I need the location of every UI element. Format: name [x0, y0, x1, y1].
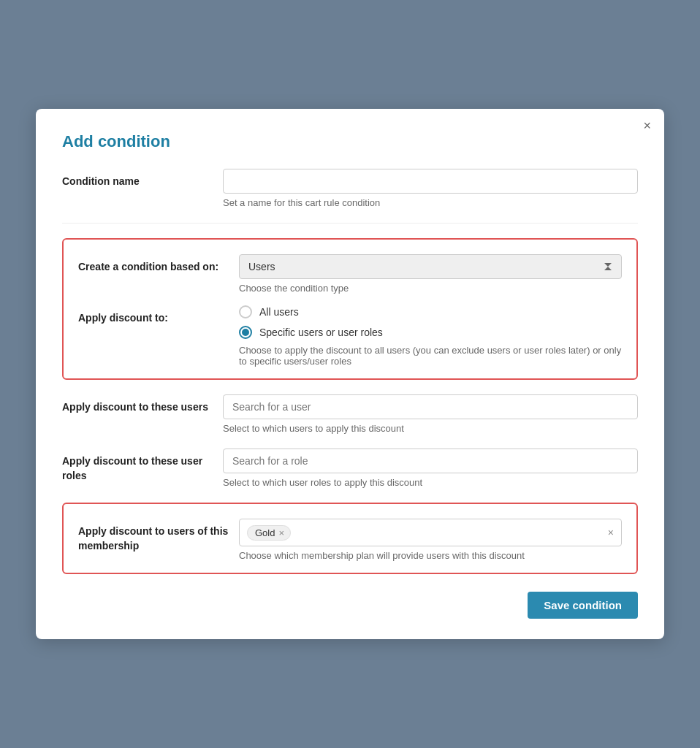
apply-discount-users-hint: Select to which users to apply this disc…	[223, 423, 638, 434]
apply-discount-to-label: Apply discount to:	[78, 305, 239, 326]
close-button[interactable]: ×	[643, 119, 651, 132]
membership-hint: Choose which membership plan will provid…	[239, 550, 622, 561]
tag-remove-button[interactable]: ×	[278, 528, 284, 538]
apply-discount-roles-row: Apply discount to these user roles Selec…	[62, 449, 638, 488]
apply-discount-membership-label: Apply discount to users of this membersh…	[78, 519, 239, 553]
membership-tag-input[interactable]: Gold × ×	[239, 519, 622, 546]
radio-all-users[interactable]: All users	[239, 305, 622, 318]
apply-discount-to-hint: Choose to apply the discount to all user…	[239, 345, 622, 367]
apply-discount-roles-wrap: Select to which user roles to apply this…	[223, 449, 638, 488]
condition-name-wrap: Set a name for this cart rule condition	[223, 169, 638, 208]
membership-section-box: Apply discount to users of this membersh…	[62, 503, 638, 574]
membership-tag: Gold ×	[247, 525, 291, 541]
radio-group: All users Specific users or user roles	[239, 305, 622, 339]
condition-section-box: Create a condition based on: Users Produ…	[62, 238, 638, 380]
add-condition-modal: × Add condition Condition name Set a nam…	[36, 109, 664, 639]
condition-based-on-row: Create a condition based on: Users Produ…	[78, 254, 622, 294]
condition-name-label: Condition name	[62, 169, 223, 189]
apply-discount-membership-wrap: Gold × × Choose which membership plan wi…	[239, 519, 622, 561]
radio-specific-users[interactable]: Specific users or user roles	[239, 326, 622, 339]
modal-footer: Save condition	[62, 592, 638, 619]
condition-name-input[interactable]	[223, 169, 638, 194]
apply-discount-roles-hint: Select to which user roles to apply this…	[223, 477, 638, 488]
apply-discount-membership-row: Apply discount to users of this membersh…	[78, 519, 622, 561]
radio-circle-all-users	[239, 305, 252, 318]
apply-discount-to-wrap: All users Specific users or user roles C…	[239, 305, 622, 367]
clear-all-button[interactable]: ×	[608, 527, 614, 538]
condition-based-on-select[interactable]: Users Products Categories Cart Total	[239, 254, 622, 279]
search-user-input[interactable]	[223, 394, 638, 419]
modal-title: Add condition	[62, 132, 638, 151]
condition-name-row: Condition name Set a name for this cart …	[62, 169, 638, 208]
condition-based-on-wrap: Users Products Categories Cart Total Cho…	[239, 254, 622, 294]
radio-circle-specific-users	[239, 326, 252, 339]
condition-based-on-hint: Choose the condition type	[239, 283, 622, 294]
search-role-input[interactable]	[223, 449, 638, 473]
apply-discount-users-wrap: Select to which users to apply this disc…	[223, 394, 638, 434]
apply-discount-users-row: Apply discount to these users Select to …	[62, 394, 638, 434]
save-condition-button[interactable]: Save condition	[528, 592, 638, 619]
apply-discount-roles-label: Apply discount to these user roles	[62, 449, 223, 483]
apply-discount-users-label: Apply discount to these users	[62, 394, 223, 415]
tag-label: Gold	[255, 527, 275, 538]
apply-discount-to-row: Apply discount to: All users Specific us…	[78, 305, 622, 367]
condition-name-hint: Set a name for this cart rule condition	[223, 197, 638, 208]
radio-label-all-users: All users	[259, 306, 299, 318]
condition-based-on-label: Create a condition based on:	[78, 254, 239, 275]
radio-label-specific-users: Specific users or user roles	[259, 327, 383, 338]
